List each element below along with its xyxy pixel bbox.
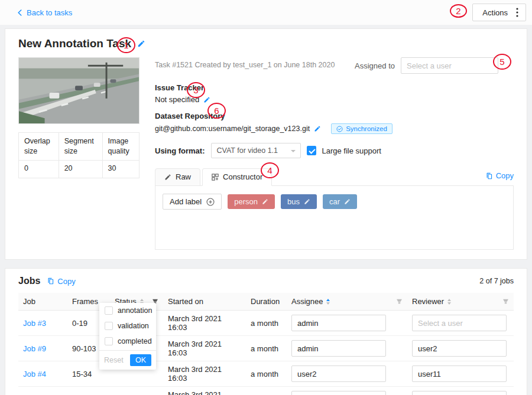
filter-checkbox[interactable]: [105, 337, 113, 345]
edit-label-icon[interactable]: [344, 198, 351, 205]
label-chip-car-name: car: [329, 197, 340, 206]
reviewer-input[interactable]: [412, 391, 507, 395]
param-value-segment: 20: [59, 160, 102, 178]
assignee-filter-icon[interactable]: [396, 298, 403, 305]
actions-button[interactable]: Actions: [472, 4, 526, 21]
plus-circle-icon: [206, 198, 215, 206]
copy-icon: [47, 278, 54, 285]
add-label-button[interactable]: Add label: [163, 194, 222, 210]
label-chip-bus-name: bus: [287, 197, 300, 206]
filter-ok-button[interactable]: OK: [130, 354, 151, 366]
annotation-circle-3: 3: [187, 82, 205, 98]
large-file-support-label: Large file support: [322, 146, 381, 155]
chevron-left-icon: [17, 9, 23, 16]
table-row: Job #4 15-34 March 3rd 2021 16:03 a mont…: [18, 361, 514, 387]
task-preview-image: [18, 57, 140, 124]
label-constructor-panel: Add label person bus: [155, 186, 514, 250]
assigned-to-label: Assigned to: [355, 61, 395, 70]
job-link[interactable]: Job #4: [23, 370, 46, 378]
edit-label-icon[interactable]: [262, 198, 268, 205]
reviewer-input[interactable]: [412, 340, 507, 357]
job-link[interactable]: Job #9: [23, 344, 46, 353]
label-chip-car[interactable]: car: [323, 194, 357, 209]
job-status: completed: [110, 387, 163, 395]
task-meta: Task #1521 Created by test_user_1 on Jun…: [155, 61, 335, 69]
annotation-circle-5: 5: [493, 54, 511, 70]
table-row: Job #3 0-19 March 3rd 2021 16:03 a month: [18, 311, 514, 336]
status-filter-option-completed[interactable]: completed: [99, 334, 156, 349]
format-select-value: CVAT for video 1.1: [217, 146, 278, 155]
dataset-repository-url: git@github.com:username/git_storage_v123…: [155, 125, 310, 133]
reviewer-input[interactable]: [412, 315, 507, 331]
format-select[interactable]: CVAT for video 1.1: [211, 143, 301, 158]
copy-icon: [486, 172, 493, 179]
edit-title-icon[interactable]: [137, 40, 145, 48]
assignee-input[interactable]: [291, 365, 386, 382]
add-label-text: Add label: [170, 197, 202, 206]
jobs-title: Jobs: [18, 276, 40, 286]
job-link[interactable]: Job #3: [23, 319, 46, 328]
sync-status-label: Synchronized: [346, 125, 387, 132]
column-reviewer[interactable]: Reviewer: [412, 297, 444, 306]
param-header-segment: Segment size: [59, 133, 102, 161]
reviewer-filter-icon[interactable]: [502, 298, 509, 305]
filter-checkbox[interactable]: [105, 322, 113, 330]
filter-checkbox[interactable]: [105, 306, 113, 315]
param-header-overlap: Overlap size: [19, 133, 59, 161]
task-assignee-input[interactable]: [401, 57, 498, 74]
build-icon: [212, 174, 219, 181]
param-value-quality: 30: [102, 160, 139, 178]
annotation-circle-4: 4: [261, 162, 279, 178]
copy-labels-link[interactable]: Copy: [486, 171, 514, 180]
jobs-table-header: Job Frames Status Started on Duration: [18, 293, 514, 311]
filter-reset-button[interactable]: Reset: [104, 356, 124, 364]
jobs-table: Job Frames Status Started on Duration: [18, 293, 514, 395]
actions-label: Actions: [482, 8, 508, 17]
annotation-circle-6: 6: [207, 103, 226, 119]
status-filter-option-validation[interactable]: validation: [99, 318, 156, 334]
filter-option-label: annotation: [118, 306, 152, 315]
back-to-tasks-label: Back to tasks: [27, 8, 72, 17]
more-vertical-icon: [516, 8, 518, 17]
label-chip-bus[interactable]: bus: [281, 194, 317, 209]
table-row: Job #9 90-103 March 3rd 2021 16:03 a mon…: [18, 336, 514, 361]
assignee-input[interactable]: [291, 340, 386, 357]
chevron-down-icon: [291, 150, 296, 152]
status-filter-option-annotation[interactable]: annotation: [99, 303, 156, 318]
annotation-circle-1: 1: [117, 37, 135, 53]
job-started: March 3rd 2021 16:03: [163, 361, 246, 387]
pencil-icon: [164, 174, 171, 181]
reviewer-sort-icon[interactable]: [447, 299, 451, 305]
tab-raw-label: Raw: [176, 172, 191, 181]
tab-raw[interactable]: Raw: [155, 168, 200, 186]
column-frames: Frames: [72, 297, 98, 306]
large-file-support-checkbox[interactable]: [307, 146, 316, 155]
column-assignee[interactable]: Assignee: [291, 297, 323, 306]
job-started: March 3rd 2021 16:03: [163, 387, 246, 395]
back-to-tasks-link[interactable]: Back to tasks: [17, 8, 72, 17]
edit-repository-icon[interactable]: [314, 125, 321, 132]
reviewer-input[interactable]: [412, 365, 507, 382]
assignee-input[interactable]: [291, 315, 386, 331]
check-circle-icon: [336, 126, 343, 132]
assignee-sort-icon[interactable]: [326, 299, 330, 305]
edit-label-icon[interactable]: [304, 198, 310, 205]
cvat-task-page: Back to tasks Actions New Annotation Tas…: [0, 0, 532, 395]
job-duration: a month: [246, 387, 287, 395]
table-row: Job #8 75-94 completed March 3rd 2021 16…: [18, 387, 514, 395]
issue-tracker-label: Issue Tracker: [155, 83, 514, 92]
task-detail-card: New Annotation Task: [5, 28, 527, 260]
label-chip-person[interactable]: person: [228, 194, 275, 209]
job-frames: 75-94: [67, 387, 110, 395]
job-duration: a month: [246, 361, 287, 387]
assignee-input[interactable]: [291, 391, 386, 395]
filter-option-label: validation: [118, 322, 149, 330]
filter-option-label: completed: [118, 337, 152, 345]
labels-tabs: Raw Constructor Copy: [155, 168, 514, 186]
edit-issue-tracker-icon[interactable]: [203, 96, 210, 103]
label-chip-person-name: person: [234, 197, 258, 206]
copy-jobs-label: Copy: [57, 277, 75, 286]
job-duration: a month: [246, 311, 287, 336]
jobs-card: Jobs Copy 2 of 7 jobs Job Frames: [5, 268, 527, 395]
copy-jobs-link[interactable]: Copy: [47, 277, 75, 286]
